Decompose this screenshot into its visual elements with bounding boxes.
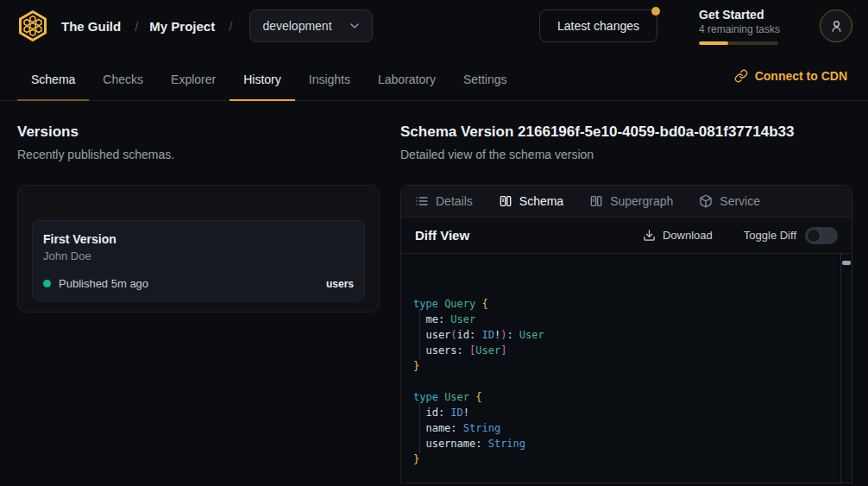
code-line: username: String: [413, 436, 829, 451]
code-line: name: String: [413, 420, 829, 436]
version-author: John Doe: [43, 249, 354, 263]
get-started-progressbar: [699, 41, 778, 45]
get-started-title: Get Started: [699, 8, 778, 22]
get-started-subtitle: 4 remaining tasks: [699, 23, 778, 36]
tab-explorer[interactable]: Explorer: [157, 62, 230, 101]
code-line: }: [413, 358, 829, 374]
diff-actions: Download Toggle Diff: [638, 227, 838, 244]
tab-settings[interactable]: Settings: [450, 62, 521, 101]
header-actions: Latest changes Get Started 4 remaining t…: [539, 8, 852, 45]
tab-insights[interactable]: Insights: [295, 62, 364, 101]
breadcrumb-separator: /: [229, 19, 232, 34]
main-content: Versions Recently published schemas. Fir…: [0, 101, 868, 483]
tab-checks[interactable]: Checks: [89, 62, 157, 101]
version-name: First Version: [43, 231, 354, 247]
breadcrumb-project[interactable]: My Project: [149, 19, 215, 34]
versions-panel: Versions Recently published schemas. Fir…: [17, 123, 380, 483]
breadcrumb-separator: /: [135, 19, 138, 34]
get-started-widget[interactable]: Get Started 4 remaining tasks: [699, 8, 778, 45]
tab-details[interactable]: Details: [415, 194, 473, 208]
code-line: type User {: [413, 389, 829, 405]
schema-version-card: Details Schema: [400, 185, 852, 483]
code-line: user(id: ID!): User: [413, 327, 829, 343]
tab-schema[interactable]: Schema: [17, 62, 89, 101]
connect-to-cdn-button[interactable]: Connect to CDN: [729, 68, 852, 84]
code-line: users: [User]: [413, 343, 829, 358]
nav-tabs: Schema Checks Explorer History Insights …: [0, 62, 521, 100]
versions-subtitle: Recently published schemas.: [17, 147, 380, 162]
user-avatar-button[interactable]: [820, 9, 852, 42]
tab-service[interactable]: Service: [699, 194, 760, 208]
tab-schema-view[interactable]: Schema: [499, 194, 563, 208]
versions-list-card: First Version John Doe Published 5m ago …: [17, 185, 380, 312]
schema-version-subtitle: Detailed view of the schema version: [400, 147, 852, 162]
notification-dot: [651, 7, 660, 16]
versions-title: Versions: [17, 123, 380, 141]
tab-laboratory[interactable]: Laboratory: [364, 62, 450, 101]
service-badge: users: [326, 278, 354, 290]
toggle-diff-switch[interactable]: [805, 227, 838, 244]
target-selector-value: development: [262, 19, 331, 33]
list-icon: [415, 194, 429, 208]
published-status-dot: [43, 280, 51, 287]
code-line: type Query {: [413, 296, 829, 312]
code-scrollbar: [840, 254, 852, 483]
version-list-item[interactable]: First Version John Doe Published 5m ago …: [32, 220, 365, 301]
code-line: }: [413, 451, 829, 467]
version-meta-row: Published 5m ago users: [43, 277, 354, 290]
code-line: me: User: [413, 312, 829, 327]
code-block: type Query { me: User user(id: ID!): Use…: [413, 296, 829, 467]
download-icon: [643, 229, 656, 242]
person-icon: [829, 19, 844, 34]
scrollbar-thumb[interactable]: [842, 261, 851, 265]
detail-tabs: Details Schema: [401, 186, 852, 218]
diff-toolbar: Diff View Download Toggle Diff: [401, 218, 852, 254]
tab-history[interactable]: History: [230, 62, 295, 101]
schema-version-panel: Schema Version 2166196f-5e10-4059-bd0a-0…: [400, 123, 852, 483]
top-header: The Guild / My Project / development Lat…: [0, 0, 868, 52]
target-selector[interactable]: development: [249, 9, 372, 42]
latest-changes-button[interactable]: Latest changes: [539, 9, 657, 42]
breadcrumb-org[interactable]: The Guild: [61, 19, 121, 34]
tab-supergraph[interactable]: Supergraph: [589, 194, 673, 208]
diff-view-title: Diff View: [415, 228, 469, 243]
hive-logo-icon[interactable]: [16, 9, 50, 43]
download-button[interactable]: Download: [638, 228, 718, 243]
chevron-down-icon: [348, 19, 362, 33]
switch-knob: [807, 229, 821, 243]
panels-icon: [499, 194, 513, 208]
code-line: [413, 374, 829, 389]
code-viewer: type Query { me: User user(id: ID!): Use…: [401, 254, 852, 483]
breadcrumb: The Guild / My Project / development: [16, 9, 373, 43]
published-status-text: Published 5m ago: [59, 277, 148, 290]
schema-version-title: Schema Version 2166196f-5e10-4059-bd0a-0…: [400, 123, 852, 141]
toggle-diff-label: Toggle Diff: [744, 229, 796, 242]
link-icon: [734, 69, 748, 83]
panels-icon: [589, 194, 603, 208]
cube-icon: [699, 194, 713, 208]
progress-fill: [699, 41, 728, 45]
main-nav: Schema Checks Explorer History Insights …: [0, 52, 868, 101]
code-line: id: ID!: [413, 405, 829, 420]
